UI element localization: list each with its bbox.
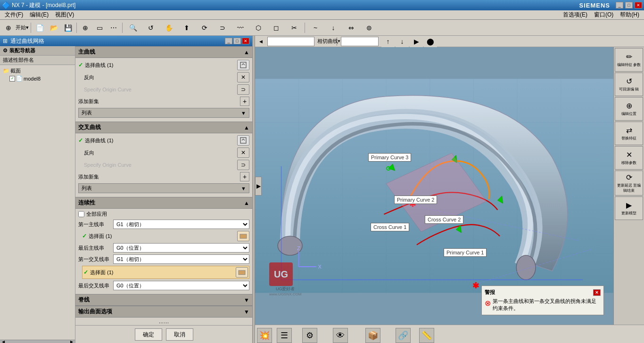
feature-btn[interactable]: ⬡ [250, 21, 267, 35]
sphere-btn[interactable]: ⬤ [424, 36, 437, 48]
warning-title-row: 警报 ✕ [485, 289, 601, 296]
minimize-button[interactable]: _ [616, 2, 623, 8]
siemens-logo: SIEMENS [579, 2, 610, 9]
right-edit-params-btn[interactable]: ✏ 编辑特征 参数 [615, 48, 643, 72]
right-update-all-btn[interactable]: ⟳ 更新延迟 至编辑结束 [615, 171, 643, 196]
trim-btn[interactable]: ✂ [286, 21, 303, 35]
mirror-btn[interactable]: ⇔ [343, 21, 360, 35]
more-sections-indicator: …… [75, 318, 252, 325]
cont-select-face-btn[interactable] [237, 231, 249, 241]
section-header-continuity[interactable]: 连续性 ▲ [75, 197, 252, 209]
sweep-btn[interactable]: ⊃ [214, 21, 231, 35]
cross-specify-btn[interactable]: ⊃ [237, 160, 249, 170]
down-btn[interactable]: ↓ [396, 36, 409, 48]
cross-add-btn[interactable]: + [240, 172, 249, 181]
dialog-close-btn[interactable]: ✕ [242, 38, 249, 44]
more-btn[interactable]: ⋯ [107, 22, 120, 34]
new-btn[interactable]: 📄 [33, 22, 46, 34]
tangent-combo[interactable]: ▼ [341, 37, 379, 46]
tree-item-model8[interactable]: ✓ 📄 model8 [2, 75, 73, 82]
svg-text:Z: Z [297, 245, 300, 251]
guide-sweep-btn[interactable]: 〰 [232, 21, 249, 35]
explode-btn[interactable]: 💥 爆炸图 [257, 328, 272, 343]
cont-select-face2-btn[interactable] [236, 267, 248, 278]
relations-btn[interactable]: 🔗 关系浏览 器 [392, 328, 415, 343]
primary-list-btn[interactable]: 列表 ▼ [78, 108, 249, 118]
revolve-btn[interactable]: ⟳ [196, 21, 213, 35]
expand-btn[interactable]: ◀ [257, 38, 264, 45]
project-curve-btn[interactable]: ↓ [325, 21, 342, 35]
curve-type-combo[interactable]: ▼ [267, 37, 314, 46]
open-btn[interactable]: 📂 [47, 22, 60, 34]
datum-plane-btn[interactable]: ▭ [93, 22, 106, 34]
menu-edit[interactable]: 编辑(E) [27, 10, 51, 20]
scroll-right[interactable]: ▶ [70, 340, 73, 343]
spline-btn[interactable]: ~ [307, 21, 324, 35]
zoom-btn[interactable]: 🔍 [124, 21, 141, 35]
right-replace-btn[interactable]: ⇄ 替换特征 [615, 122, 643, 145]
menu-window[interactable]: 窗口(O) [591, 10, 616, 20]
check-gap-btn[interactable]: 📏 检查间隙 [418, 328, 435, 343]
section-header-spine[interactable]: 脊线 ▼ [75, 294, 252, 306]
display-btn[interactable]: 👁 设为显示 部件 [327, 328, 354, 343]
update-all-icon: ⟳ [626, 173, 632, 182]
warning-close-btn[interactable]: ✕ [593, 289, 601, 296]
start-label[interactable]: 开始▾ [16, 24, 29, 31]
cancel-button[interactable]: 取消 [166, 328, 193, 341]
primary-add-btn[interactable]: + [240, 97, 249, 106]
warning-content: ⊗ 第一条主曲线和第一条交叉曲线的拐角未满足约束条件。 [485, 298, 601, 312]
right-re-edit-btn[interactable]: ↺ 可回滚编 辑 [615, 73, 643, 96]
right-edit-pos-btn[interactable]: ⊕ 编辑位置 [615, 97, 643, 121]
close-button[interactable]: ✕ [635, 2, 642, 8]
right-move-param-btn[interactable]: ✕ 移除参数 [615, 146, 643, 170]
cross-select-btn[interactable] [237, 135, 249, 146]
cross-list-btn[interactable]: 列表 ▼ [78, 183, 249, 193]
check-icon: ✓ [9, 76, 15, 82]
part-viewer-btn[interactable]: 📦 部件间 接测览器 [357, 328, 388, 343]
primary-reverse-btn[interactable]: ✕ [237, 72, 249, 82]
save-btn[interactable]: 💾 [61, 22, 74, 34]
edit-params-icon: ✏ [626, 52, 632, 61]
menu-preferences[interactable]: 首选项(E) [560, 10, 590, 20]
start-btn[interactable]: ⊕ [2, 22, 15, 34]
pan-btn[interactable]: ✋ [160, 21, 177, 35]
confirm-button[interactable]: 确定 [135, 328, 162, 341]
first-cross-dropdown[interactable]: G1（相切） [113, 254, 249, 264]
scroll-left[interactable]: ◀ [2, 340, 5, 343]
menu-view[interactable]: 视图(V) [52, 10, 77, 20]
offset-btn[interactable]: ⊚ [361, 21, 378, 35]
dialog-maximize-btn[interactable]: □ [233, 38, 241, 44]
tree-item-section[interactable]: 📁 截面 [2, 67, 73, 75]
sequence-btn[interactable]: ☰ 装配序列 [276, 328, 293, 343]
primary-reverse-label: 反向 [84, 74, 94, 81]
svg-text:✱: ✱ [472, 281, 479, 290]
up-btn[interactable]: ↑ [381, 36, 395, 48]
work-part-btn[interactable]: ⚙ 设为工作 部件 [297, 328, 323, 343]
section-header-primary[interactable]: 主曲线 ▲ [75, 46, 252, 58]
dialog-minimize-btn[interactable]: _ [225, 38, 232, 44]
maximize-button[interactable]: □ [625, 2, 633, 8]
play-btn[interactable]: ▶ [410, 36, 423, 48]
cross-add-label: 添加新集 [78, 173, 99, 180]
cross-reverse-btn[interactable]: ✕ [237, 147, 249, 158]
collapse-spine-icon: ▼ [244, 297, 249, 303]
section-header-cross[interactable]: 交叉曲线 ▲ [75, 122, 252, 133]
menu-file[interactable]: 文件(F) [2, 10, 26, 20]
section-header-output[interactable]: 输出曲面选项 ▼ [75, 306, 252, 318]
last-primary-dropdown[interactable]: G0（位置） [113, 243, 249, 253]
primary-select-label: 选择曲线 (1) [85, 62, 235, 69]
extrude-btn[interactable]: ⬆ [178, 21, 195, 35]
viewport-3d[interactable]: ▶ [255, 47, 613, 325]
rotate-btn[interactable]: ↺ [142, 21, 159, 35]
first-primary-dropdown[interactable]: G1（相切） [113, 220, 249, 229]
unite-btn[interactable]: ⊕ [79, 22, 92, 34]
cont-select-check: ✓ [82, 233, 87, 239]
shell-btn[interactable]: ◻ [268, 21, 285, 35]
primary-select-btn[interactable] [237, 60, 249, 70]
apply-all-checkbox[interactable] [78, 211, 84, 217]
menu-help[interactable]: 帮助(H) [617, 10, 642, 20]
right-update-model-btn[interactable]: ▶ 更新模型 [615, 196, 643, 220]
primary-specify-btn[interactable]: ⊃ [237, 84, 249, 95]
expand-left-btn[interactable]: ▶ [255, 177, 262, 196]
last-cross-dropdown[interactable]: G0（位置） [113, 281, 249, 290]
